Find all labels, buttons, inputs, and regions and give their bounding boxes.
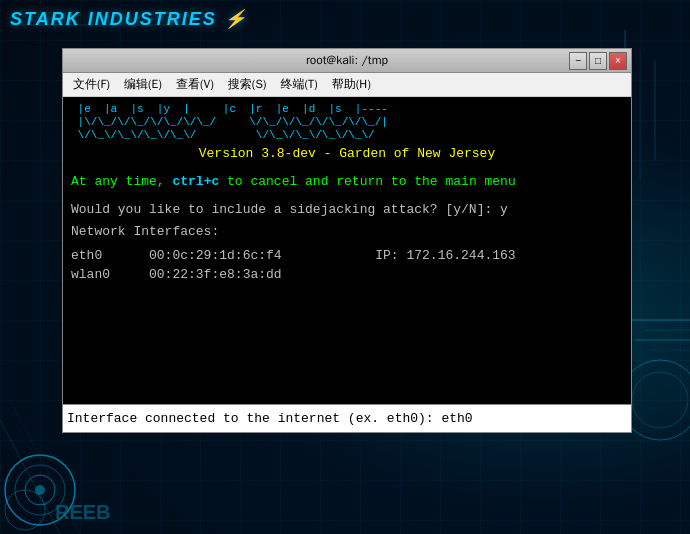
minimize-button[interactable]: −	[569, 52, 587, 70]
wlan0-name: wlan0 00:22:3f:e8:3a:dd	[71, 267, 282, 282]
terminal-window: root@kali: /tmp − □ × 文件(F) 编辑(E) 查看(V) …	[62, 48, 632, 433]
title-bar: root@kali: /tmp − □ ×	[63, 49, 631, 73]
input-area[interactable]	[63, 404, 631, 432]
ctrl-text-after: to cancel and return to the main menu	[219, 174, 515, 189]
menu-edit[interactable]: 编辑(E)	[118, 74, 168, 95]
menu-help[interactable]: 帮助(H)	[326, 74, 377, 95]
iface-wlan0: wlan0 00:22:3f:e8:3a:dd	[71, 266, 623, 284]
menu-view[interactable]: 查看(V)	[170, 74, 220, 95]
interface-input[interactable]	[67, 411, 627, 426]
eth0-name: eth0 00:0c:29:1d:6c:f4 IP: 172.16.244.16…	[71, 248, 516, 263]
terminal-content: |e |a |s |y | |c |r |e |d |s |---- |\/\_…	[63, 97, 631, 404]
window-title: root@kali: /tmp	[306, 52, 388, 69]
version-line: Version 3.8-dev - Garden of New Jersey	[71, 145, 623, 163]
menu-terminal[interactable]: 终端(T)	[274, 74, 323, 95]
reeb-text: REEB	[55, 501, 111, 524]
network-label: Network Interfaces:	[71, 223, 623, 241]
maximize-button[interactable]: □	[589, 52, 607, 70]
close-button[interactable]: ×	[609, 52, 627, 70]
menu-search[interactable]: 搜索(S)	[222, 74, 273, 95]
iface-eth0: eth0 00:0c:29:1d:6c:f4 IP: 172.16.244.16…	[71, 247, 623, 265]
stark-logo-text: STARK INDUSTRIES	[10, 9, 217, 29]
ctrl-c-text: ctrl+c	[172, 174, 219, 189]
stark-logo: STARK INDUSTRIES ⚡	[10, 8, 248, 30]
ctrl-text-before: At any time,	[71, 174, 172, 189]
menu-bar: 文件(F) 编辑(E) 查看(V) 搜索(S) 终端(T) 帮助(H)	[63, 73, 631, 97]
menu-file[interactable]: 文件(F)	[67, 74, 116, 95]
network-section: Network Interfaces: eth0 00:0c:29:1d:6c:…	[71, 223, 623, 284]
ctrl-line: At any time, ctrl+c to cancel and return…	[71, 173, 623, 191]
window-controls: − □ ×	[569, 52, 627, 70]
sidejack-question: Would you like to include a sidejacking …	[71, 201, 623, 219]
ascii-art: |e |a |s |y | |c |r |e |d |s |---- |\/\_…	[71, 103, 623, 143]
stark-logo-symbol: ⚡	[224, 9, 248, 29]
